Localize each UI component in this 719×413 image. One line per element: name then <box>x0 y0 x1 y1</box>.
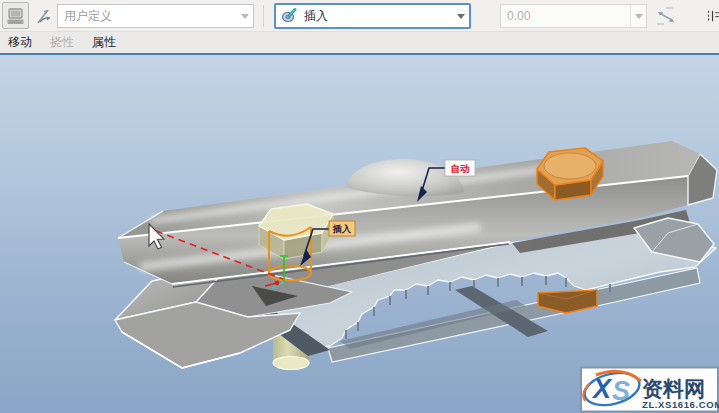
offset-value-combobox: 0.00 <box>500 4 647 28</box>
offset-dropdown-arrow <box>630 5 646 27</box>
connections-button[interactable] <box>31 3 57 29</box>
bolt-orange-head[interactable] <box>537 148 603 200</box>
flip-constraint-button[interactable] <box>652 3 678 29</box>
clipped-status-icon <box>706 5 719 27</box>
constraint-type-dropdown-arrow[interactable] <box>453 5 469 27</box>
placement-dashboard-toolbar: 用户定义 插入 0.00 <box>0 0 719 32</box>
tab-flexibility: 挠性 <box>50 34 74 51</box>
insert-constraint-icon <box>280 7 298 25</box>
offset-value: 0.00 <box>501 9 630 23</box>
auto-tag-label: 自动 <box>451 163 470 174</box>
component-preview-button[interactable] <box>2 2 29 29</box>
toolbar-separator <box>263 5 264 27</box>
creo-assembly-window: 用户定义 插入 0.00 <box>0 0 719 413</box>
watermark: X S 资料网 ZL.XS1616.COM <box>581 368 719 412</box>
tab-properties[interactable]: 属性 <box>92 34 116 51</box>
dashboard-tab-row: 移动 挠性 属性 <box>0 32 719 55</box>
constraint-set-dropdown-arrow[interactable] <box>237 5 253 27</box>
constraint-type-combobox[interactable]: 插入 <box>274 3 471 29</box>
monitor-icon <box>6 6 26 26</box>
constraint-type-value: 插入 <box>298 8 453 25</box>
constraint-set-value: 用户定义 <box>58 8 237 25</box>
tab-move[interactable]: 移动 <box>8 34 32 51</box>
watermark-url: ZL.XS1616.COM <box>642 399 719 410</box>
constraint-set-combobox[interactable]: 用户定义 <box>57 4 254 28</box>
flip-arrows-icon <box>653 4 677 28</box>
insert-tag-label: 插入 <box>332 224 352 234</box>
joint-angle-icon <box>33 5 55 27</box>
graphics-viewport[interactable]: 插入 自动 X S 资料网 ZL.XS1616.COM <box>0 55 719 413</box>
watermark-logo-x: X <box>591 374 613 404</box>
pause-placement-button[interactable] <box>706 3 719 29</box>
watermark-logo-s: S <box>612 376 630 406</box>
watermark-brand: 资料网 <box>642 377 705 400</box>
